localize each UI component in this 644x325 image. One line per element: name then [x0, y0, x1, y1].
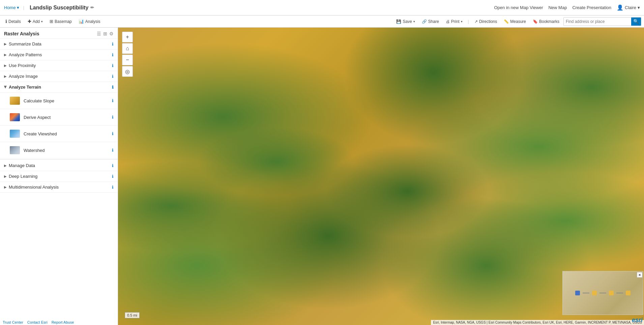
- mini-node-3: [609, 291, 614, 295]
- new-map-link[interactable]: New Map: [548, 5, 567, 10]
- contact-esri-link[interactable]: Contact Esri: [27, 320, 48, 324]
- bookmarks-button[interactable]: 🔖 Bookmarks: [530, 18, 562, 25]
- search-box: 🔍: [563, 17, 641, 26]
- sidebar-item-create-viewshed[interactable]: Create Viewshed ℹ: [0, 126, 118, 142]
- home-button[interactable]: ⌂: [122, 43, 133, 54]
- sidebar-item-analyze-terrain[interactable]: ▶ Analyze Terrain ℹ: [0, 82, 118, 93]
- map-area[interactable]: + ⌂ − ◎ 0.5 mi Esri, Intermap, NASA, NGA…: [118, 28, 644, 325]
- save-icon: 💾: [396, 19, 401, 24]
- deep-learning-label: Deep Learning: [9, 174, 111, 179]
- chevron-right-icon: ▶: [4, 74, 7, 78]
- home-label: Home: [4, 5, 16, 10]
- analysis-button[interactable]: 📊 Analysis: [76, 18, 103, 25]
- info-icon[interactable]: ℹ: [112, 115, 114, 120]
- mini-connector-1: [583, 293, 589, 293]
- scale-label: 0.5 mi: [127, 313, 137, 317]
- sidebar-header: Raster Analysis ☰ ⊞ ⚙: [0, 28, 118, 39]
- info-icon[interactable]: ℹ: [112, 163, 114, 168]
- info-icon[interactable]: ℹ: [112, 131, 114, 136]
- info-icon[interactable]: ℹ: [112, 53, 114, 57]
- sidebar-item-analyze-patterns[interactable]: ▶ Analyze Patterns ℹ: [0, 50, 118, 60]
- save-label: Save: [403, 19, 412, 24]
- open-new-viewer-link[interactable]: Open in new Map Viewer: [494, 5, 543, 10]
- sidebar-header-icons: ☰ ⊞ ⚙: [97, 31, 114, 36]
- home-link[interactable]: Home ▾: [4, 5, 19, 10]
- basemap-button[interactable]: ⊞ Basemap: [47, 18, 75, 25]
- chevron-right-icon: ▶: [4, 64, 7, 67]
- info-icon[interactable]: ℹ: [112, 148, 114, 153]
- zoom-in-button[interactable]: +: [122, 32, 133, 42]
- info-icon[interactable]: ℹ: [112, 98, 114, 103]
- trust-center-link[interactable]: Trust Center: [3, 320, 23, 324]
- measure-label: Measure: [510, 19, 526, 24]
- report-abuse-link[interactable]: Report Abuse: [52, 320, 74, 324]
- mini-node-2: [592, 291, 597, 295]
- edit-title-icon[interactable]: ✏: [90, 5, 94, 10]
- share-button[interactable]: 🔗 Share: [419, 18, 442, 25]
- print-icon: 🖨: [446, 19, 450, 24]
- add-chevron-icon: ▾: [41, 20, 43, 23]
- footer: Trust Center Contact Esri Report Abuse: [0, 320, 77, 325]
- sidebar-item-use-proximity[interactable]: ▶ Use Proximity ℹ: [0, 60, 118, 71]
- directions-label: Directions: [479, 19, 497, 24]
- analyze-patterns-label: Analyze Patterns: [9, 52, 111, 57]
- chevron-right-icon: ▶: [4, 53, 7, 57]
- main-content: Raster Analysis ☰ ⊞ ⚙ ▶ Summarize Data ℹ…: [0, 28, 644, 325]
- print-button[interactable]: 🖨 Print ▾: [443, 18, 465, 25]
- mini-map-close-button[interactable]: ✕: [637, 272, 642, 278]
- slope-icon: [9, 95, 20, 106]
- info-icon[interactable]: ℹ: [112, 185, 114, 190]
- sidebar-item-watershed[interactable]: Watershed ℹ: [0, 142, 118, 159]
- chevron-right-icon: ▶: [4, 164, 7, 167]
- info-icon[interactable]: ℹ: [112, 74, 114, 79]
- mini-map-content: [563, 271, 643, 315]
- sidebar-item-calculate-slope[interactable]: Calculate Slope ℹ: [0, 93, 118, 109]
- bookmarks-label: Bookmarks: [539, 19, 559, 24]
- user-menu[interactable]: 👤 Claire ▾: [617, 4, 640, 11]
- sidebar-item-analyze-image[interactable]: ▶ Analyze Image ℹ: [0, 71, 118, 82]
- info-icon[interactable]: ℹ: [112, 174, 114, 179]
- sidebar-settings-icon[interactable]: ⚙: [109, 31, 114, 36]
- details-button[interactable]: ℹ Details: [3, 18, 24, 25]
- info-icon[interactable]: ℹ: [112, 63, 114, 68]
- print-chevron-icon: ▾: [461, 20, 463, 23]
- mini-node-1: [575, 291, 580, 295]
- chevron-right-icon: ▶: [4, 185, 7, 189]
- basemap-label: Basemap: [55, 19, 72, 24]
- sidebar-item-manage-data[interactable]: ▶ Manage Data ℹ: [0, 160, 118, 171]
- map-title-text: Landslip Susceptibility: [30, 5, 88, 11]
- sidebar-collapse-button[interactable]: ◀: [118, 170, 118, 183]
- directions-button[interactable]: ↗ Directions: [472, 18, 500, 25]
- bookmarks-icon: 🔖: [533, 19, 538, 24]
- calculate-slope-label: Calculate Slope: [24, 98, 112, 103]
- save-button[interactable]: 💾 Save ▾: [393, 18, 417, 25]
- locate-button[interactable]: ◎: [122, 66, 133, 77]
- home-chevron-icon: ▾: [17, 5, 19, 10]
- print-label: Print: [451, 19, 460, 24]
- map-attribution: Esri, Intermap, NASA, NGA, USGS | Esri C…: [431, 320, 644, 325]
- info-icon[interactable]: ℹ: [112, 42, 114, 46]
- sidebar: Raster Analysis ☰ ⊞ ⚙ ▶ Summarize Data ℹ…: [0, 28, 118, 325]
- add-button[interactable]: ✚ Add ▾: [25, 18, 46, 25]
- add-label: Add: [33, 19, 40, 24]
- sidebar-item-deep-learning[interactable]: ▶ Deep Learning ℹ: [0, 171, 118, 182]
- search-button[interactable]: 🔍: [631, 18, 641, 26]
- toolbar-right: 💾 Save ▾ 🔗 Share 🖨 Print ▾ | ↗ Direction…: [393, 17, 641, 26]
- sidebar-grid-icon[interactable]: ⊞: [103, 31, 107, 36]
- summarize-data-label: Summarize Data: [9, 41, 111, 46]
- multidimensional-analysis-label: Multidimensional Analysis: [9, 185, 111, 190]
- sidebar-item-summarize-data[interactable]: ▶ Summarize Data ℹ: [0, 39, 118, 50]
- measure-button[interactable]: 📏 Measure: [501, 18, 529, 25]
- chevron-down-icon: ▶: [4, 86, 7, 89]
- viewshed-icon: [9, 128, 20, 139]
- sidebar-item-multidimensional-analysis[interactable]: ▶ Multidimensional Analysis ℹ: [0, 182, 118, 193]
- zoom-out-button[interactable]: −: [122, 55, 133, 65]
- sidebar-list-icon[interactable]: ☰: [97, 31, 101, 36]
- create-viewshed-label: Create Viewshed: [24, 131, 112, 136]
- info-icon[interactable]: ℹ: [112, 85, 114, 90]
- search-input[interactable]: [564, 19, 631, 25]
- share-label: Share: [428, 19, 439, 24]
- create-presentation-link[interactable]: Create Presentation: [572, 5, 611, 10]
- sidebar-item-derive-aspect[interactable]: Derive Aspect ℹ: [0, 109, 118, 126]
- basemap-icon: ⊞: [50, 19, 53, 24]
